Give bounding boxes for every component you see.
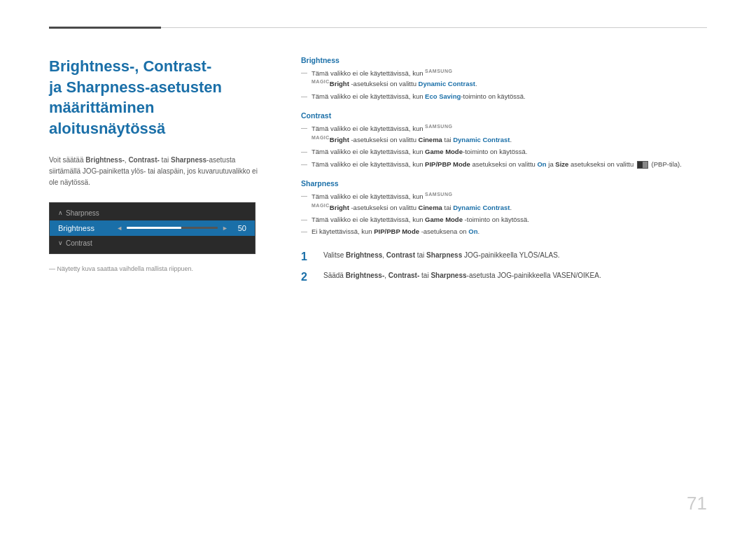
dash-icon: ― — [301, 92, 309, 102]
step-1: 1 Valitse Brightness, Contrast tai Sharp… — [301, 250, 707, 263]
dash-icon: ― — [301, 124, 309, 134]
steps-block: 1 Valitse Brightness, Contrast tai Sharp… — [301, 250, 707, 283]
line-dark — [49, 27, 161, 29]
contrast-section: Contrast ― Tämä valikko ei ole käytettäv… — [301, 111, 707, 169]
osd-brightness-item[interactable]: Brightness ◄ ► 50 — [50, 220, 255, 236]
step-2-number: 2 — [301, 270, 318, 283]
slider-fill — [127, 227, 181, 229]
top-decorative-lines — [49, 27, 707, 29]
dash-icon: ― — [301, 216, 309, 225]
sharpness-heading: Sharpness — [301, 179, 707, 188]
page-title: Brightness-, Contrast- ja Sharpness-aset… — [49, 56, 266, 139]
osd-sharpness-header: ∧ Sharpness — [50, 206, 255, 220]
sharpness-section: Sharpness ― Tämä valikko ei ole käytettä… — [301, 179, 707, 237]
brightness-heading: Brightness — [301, 56, 707, 64]
arrow-down-icon: ∨ — [58, 239, 63, 246]
step-2-text: Säädä Brightness-, Contrast- tai Sharpne… — [323, 270, 601, 281]
brightness-section: Brightness ― Tämä valikko ei ole käytett… — [301, 56, 707, 101]
dash-icon: ― — [301, 148, 309, 157]
osd-slider: ◄ ► 50 — [116, 224, 246, 232]
contrast-line-3: ― Tämä valikko ei ole käytettävissä, kun… — [301, 160, 707, 170]
slider-left-arrow: ◄ — [116, 225, 122, 232]
sharpness-line-3: ― Ei käytettävissä, kun PIP/PBP Mode -as… — [301, 227, 707, 237]
footnote-text: ― Näytetty kuva saattaa vaihdella mallis… — [49, 265, 266, 272]
page-number: 71 — [687, 493, 707, 514]
dash-icon: ― — [301, 160, 309, 170]
step-1-number: 1 — [301, 250, 318, 263]
sharpness-line-1: ― Tämä valikko ei ole käytettävissä, kun… — [301, 191, 707, 213]
intro-paragraph: Voit säätää Brightness-, Contrast- tai S… — [49, 155, 266, 188]
line-light — [161, 27, 707, 28]
contrast-heading: Contrast — [301, 111, 707, 120]
left-column: Brightness-, Contrast- ja Sharpness-aset… — [49, 56, 266, 272]
dash-icon: ― — [301, 227, 309, 237]
brightness-line-2: ― Tämä valikko ei ole käytettävissä, kun… — [301, 92, 707, 102]
dynamic-contrast-label: Dynamic Contrast — [419, 80, 475, 88]
osd-menu: ∧ Sharpness Brightness ◄ ► 50 ∨ Contrast — [49, 202, 255, 254]
slider-right-arrow: ► — [222, 225, 228, 232]
slider-track — [127, 227, 218, 229]
step-1-text: Valitse Brightness, Contrast tai Sharpne… — [323, 250, 560, 260]
brightness-line-1: ― Tämä valikko ei ole käytettävissä, kun… — [301, 68, 707, 90]
dash-icon: ― — [301, 192, 309, 202]
pbp-size-icon — [637, 161, 648, 169]
arrow-up-icon: ∧ — [58, 209, 63, 216]
right-column: Brightness ― Tämä valikko ei ole käytett… — [301, 56, 707, 290]
osd-contrast-footer: ∨ Contrast — [50, 236, 255, 251]
step-2: 2 Säädä Brightness-, Contrast- tai Sharp… — [301, 270, 707, 283]
contrast-line-1: ― Tämä valikko ei ole käytettävissä, kun… — [301, 123, 707, 145]
dash-icon: ― — [301, 69, 309, 78]
sharpness-line-2: ― Tämä valikko ei ole käytettävissä, kun… — [301, 215, 707, 225]
contrast-line-2: ― Tämä valikko ei ole käytettävissä, kun… — [301, 147, 707, 157]
page-container: Brightness-, Contrast- ja Sharpness-aset… — [0, 0, 756, 534]
